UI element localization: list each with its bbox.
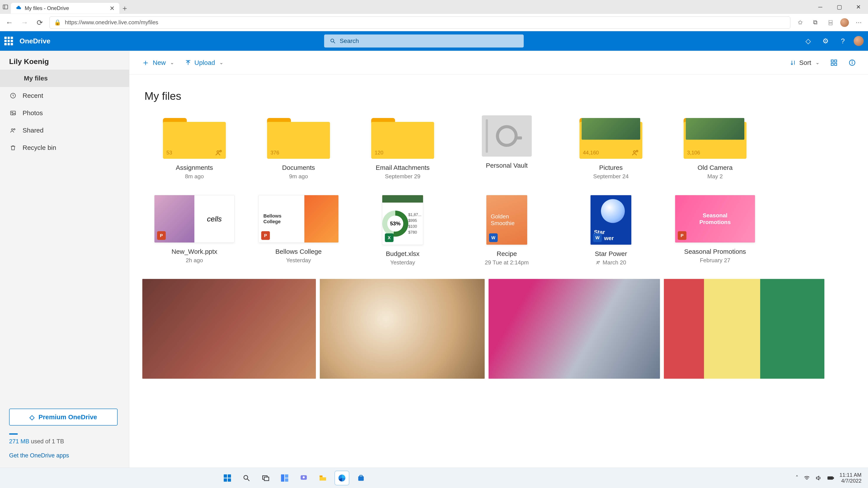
- folder-tile[interactable]: Personal Vault: [455, 116, 559, 180]
- extensions-button[interactable]: ⌸: [825, 19, 836, 26]
- sidebar-item-recent[interactable]: Recent: [0, 87, 129, 104]
- item-meta: 29 Tue at 2:14pm: [485, 259, 529, 266]
- svg-point-7: [11, 129, 13, 131]
- sort-button[interactable]: Sort ⌄: [790, 59, 819, 66]
- item-name: Personal Vault: [486, 162, 528, 169]
- photo-thumbnail[interactable]: [664, 279, 825, 379]
- window-maximize-button[interactable]: ▢: [830, 0, 849, 14]
- sidebar-item-photos[interactable]: Photos: [0, 104, 129, 122]
- tray-wifi-icon[interactable]: [804, 475, 810, 481]
- help-icon[interactable]: ?: [836, 37, 849, 45]
- taskbar-explorer-icon[interactable]: [316, 471, 330, 485]
- svg-rect-35: [285, 474, 288, 478]
- taskbar-search-icon[interactable]: [240, 471, 253, 485]
- photo-thumbnail[interactable]: [320, 279, 485, 379]
- svg-line-3: [334, 42, 335, 43]
- file-tile[interactable]: cellsPNew_Work.pptx2h ago: [142, 195, 246, 266]
- collections-button[interactable]: ⧉: [810, 19, 821, 26]
- nav-back-button[interactable]: ←: [4, 18, 15, 27]
- folder-tile[interactable]: 53Assignments8m ago: [142, 116, 246, 180]
- search-input[interactable]: Search: [324, 34, 524, 47]
- upload-button[interactable]: Upload ⌄: [185, 59, 223, 66]
- item-meta: March 20: [596, 259, 626, 266]
- new-tab-button[interactable]: ＋: [119, 3, 130, 13]
- svg-rect-29: [227, 478, 231, 482]
- sidebar-item-my-files[interactable]: My files: [0, 70, 129, 87]
- taskbar-store-icon[interactable]: [354, 471, 368, 485]
- storage-text: 271 MB used of 1 TB: [9, 438, 120, 445]
- folder-tile[interactable]: 376Documents9m ago: [246, 116, 350, 180]
- tray-chevron-icon[interactable]: ˄: [796, 475, 798, 481]
- item-count: 376: [271, 150, 279, 156]
- info-pane-button[interactable]: [848, 59, 856, 66]
- trash-icon: [9, 144, 17, 151]
- file-tile[interactable]: Star W werWStar PowerMarch 20: [559, 195, 663, 266]
- item-meta: February 27: [700, 257, 730, 264]
- browser-menu-button[interactable]: ⋯: [853, 19, 864, 26]
- svg-rect-28: [224, 478, 227, 482]
- item-count: 44,160: [583, 150, 599, 156]
- taskbar-clock[interactable]: 11:11 AM 4/7/2022: [840, 472, 862, 484]
- browser-tab[interactable]: My files - OneDrive ✕: [11, 3, 119, 14]
- tray-battery-icon[interactable]: [827, 475, 834, 481]
- profile-avatar-icon[interactable]: [840, 18, 849, 27]
- app-launcher-icon[interactable]: [4, 37, 13, 45]
- favorite-button[interactable]: ✩: [795, 19, 806, 26]
- widgets-icon[interactable]: [278, 471, 291, 485]
- file-tile[interactable]: 53%$1,87...$995$100$780XBudget.xlsxYeste…: [350, 195, 455, 266]
- nav-refresh-button[interactable]: ⟳: [34, 18, 45, 27]
- svg-point-38: [303, 476, 305, 479]
- sidebar-item-label: Recent: [23, 92, 43, 99]
- item-meta: September 29: [385, 173, 420, 180]
- start-button[interactable]: [220, 471, 234, 485]
- file-thumbnail: Golden SmoothieW: [486, 195, 527, 245]
- onedrive-favicon-icon: [16, 5, 22, 11]
- svg-point-30: [244, 476, 248, 479]
- tray-volume-icon[interactable]: [815, 475, 822, 481]
- new-button[interactable]: ＋ New ⌄: [142, 57, 174, 68]
- photo-row: [142, 279, 855, 379]
- item-meta: September 24: [593, 173, 628, 180]
- svg-rect-33: [264, 477, 269, 481]
- sidebar-item-shared[interactable]: Shared: [0, 122, 129, 139]
- taskbar-chat-icon[interactable]: [297, 471, 311, 485]
- file-tile[interactable]: Seasonal PromotionsPSeasonal PromotionsF…: [663, 195, 767, 266]
- window-minimize-button[interactable]: ─: [811, 0, 830, 14]
- nav-forward-button[interactable]: →: [19, 18, 30, 27]
- folder-tile[interactable]: 44,160PicturesSeptember 24: [559, 116, 663, 180]
- folder-icon: 120: [371, 116, 434, 159]
- tab-close-icon[interactable]: ✕: [110, 5, 115, 12]
- account-avatar-icon[interactable]: [854, 36, 864, 46]
- item-name: New_Work.pptx: [172, 248, 217, 255]
- view-toggle-button[interactable]: [830, 59, 838, 66]
- vault-icon: [482, 116, 532, 157]
- sidebar-item-recycle-bin[interactable]: Recycle bin: [0, 139, 129, 156]
- item-meta: Yesterday: [286, 257, 311, 264]
- file-thumbnail: 53%$1,87...$995$100$780X: [382, 195, 423, 245]
- item-meta: Yesterday: [390, 259, 415, 266]
- file-tile[interactable]: BellowsCollegePBellows CollegeYesterday: [246, 195, 350, 266]
- taskbar-edge-icon[interactable]: [335, 471, 349, 485]
- folder-tile[interactable]: 3,106Old CameraMay 2: [663, 116, 767, 180]
- photo-thumbnail[interactable]: [142, 279, 316, 379]
- settings-gear-icon[interactable]: ⚙: [819, 37, 832, 45]
- photo-thumbnail[interactable]: [489, 279, 660, 379]
- window-close-button[interactable]: ✕: [849, 0, 868, 14]
- item-name: Budget.xlsx: [386, 250, 420, 257]
- address-bar[interactable]: 🔒 https://www.onedrive.live.com/myfiles: [50, 17, 790, 29]
- task-view-icon[interactable]: [258, 471, 273, 485]
- folder-tile[interactable]: 120Email AttachmentsSeptember 29: [350, 116, 455, 180]
- tab-actions-button[interactable]: [0, 4, 11, 10]
- premium-onedrive-button[interactable]: ◇ Premium OneDrive: [9, 409, 118, 426]
- tab-title: My files - OneDrive: [25, 5, 69, 11]
- app-badge-icon: P: [157, 231, 166, 240]
- svg-rect-46: [828, 477, 832, 479]
- item-name: Documents: [282, 164, 315, 171]
- svg-rect-13: [831, 60, 833, 62]
- get-apps-link[interactable]: Get the OneDrive apps: [9, 452, 120, 459]
- premium-diamond-icon[interactable]: ◇: [802, 37, 815, 45]
- lock-icon: 🔒: [54, 19, 61, 26]
- file-tile[interactable]: Golden SmoothieWRecipe29 Tue at 2:14pm: [455, 195, 559, 266]
- app-badge-icon: X: [385, 233, 394, 242]
- svg-rect-14: [835, 60, 837, 62]
